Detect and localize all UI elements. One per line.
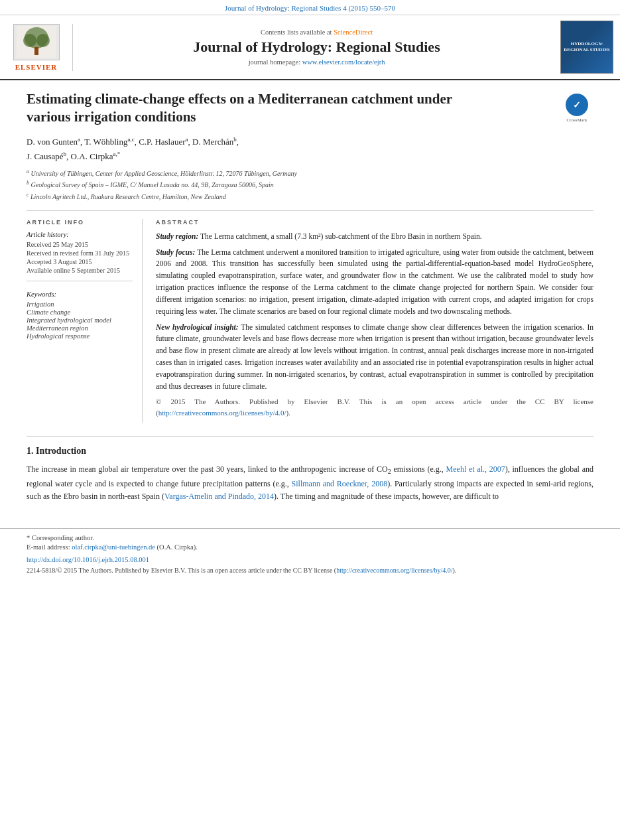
keyword-1: Irrigation (27, 301, 133, 308)
author-4: D. Merchánb (192, 137, 237, 147)
page-container: Journal of Hydrology: Regional Studies 4… (0, 0, 620, 578)
authors: D. von Guntena, T. Wöhblinga,c, C.P. Has… (27, 135, 593, 164)
history-received: Received 25 May 2015 (27, 241, 133, 248)
journal-main-title: Journal of Hydrology: Regional Studies (80, 38, 554, 56)
email-link[interactable]: olaf.cirpka@uni-tuebingen.de (72, 543, 155, 551)
abstract-copyright: © 2015 The Authors. Published by Elsevie… (156, 396, 593, 419)
history-revised: Received in revised form 31 July 2015 (27, 249, 133, 257)
affiliation-b: b Geological Survey of Spain – IGME, C/ … (27, 179, 593, 190)
article-area: Estimating climate-change effects on a M… (0, 80, 620, 516)
abstract-text: Study region: The Lerma catchment, a sma… (156, 231, 593, 419)
keyword-2: Climate change (27, 309, 133, 316)
journal-title-center: Contents lists available at ScienceDirec… (80, 29, 554, 66)
history-available: Available online 5 September 2015 (27, 267, 133, 274)
crossmark[interactable]: ✓ CrossMark (560, 94, 593, 123)
cc-license-link[interactable]: http://creativecommons.org/licenses/by/4… (158, 409, 286, 417)
keyword-4: Mediterranean region (27, 324, 133, 332)
introduction-section: 1. Introduction The increase in mean glo… (27, 436, 593, 503)
article-history-label: Article history: (27, 231, 133, 238)
article-info-heading: ARTICLE INFO (27, 219, 133, 226)
email-note: E-mail address: olaf.cirpka@uni-tuebinge… (27, 543, 593, 551)
crossmark-icon: ✓ (566, 94, 588, 116)
author-6: O.A. Cirpkaa,* (71, 151, 121, 161)
keyword-3: Integrated hydrological model (27, 316, 133, 324)
corresponding-author-note: * Corresponding author. (27, 534, 593, 541)
sillmann-link[interactable]: Sillmann and Roeckner, 2008 (292, 479, 388, 488)
history-accepted: Accepted 3 August 2015 (27, 258, 133, 265)
study-focus-text: The Lerma catchment underwent a monitore… (156, 248, 593, 315)
elsevier-logo-box: ELSEVIER (7, 24, 73, 71)
keywords-section: Keywords: Irrigation Climate change Inte… (27, 291, 133, 340)
vargas-link[interactable]: Vargas-Amelin and Pindado, 2014 (164, 492, 274, 501)
author-1: D. von Guntena (27, 137, 80, 147)
journal-link[interactable]: Journal of Hydrology: Regional Studies 4… (225, 4, 395, 12)
divider-top (27, 210, 593, 211)
doi-line: http://dx.doi.org/10.1016/j.ejrh.2015.08… (27, 556, 593, 563)
author-2: T. Wöhblinga,c (84, 137, 135, 147)
affiliation-a: a University of Tübingen, Center for App… (27, 168, 593, 179)
affiliations: a University of Tübingen, Center for App… (27, 168, 593, 202)
introduction-text: The increase in mean global air temperat… (27, 463, 593, 503)
svg-rect-4 (34, 47, 38, 55)
svg-point-3 (36, 34, 50, 47)
crossmark-label: CrossMark (566, 117, 587, 123)
copyright-footer: 2214-5818/© 2015 The Authors. Published … (27, 565, 593, 575)
elsevier-tree-icon (13, 24, 60, 60)
keywords-label: Keywords: (27, 291, 133, 298)
journal-cover-image: HYDROLOGY: REGIONAL STUDIES (560, 21, 613, 74)
footer-area: * Corresponding author. E-mail address: … (0, 528, 620, 578)
abstract-column: ABSTRACT Study region: The Lerma catchme… (156, 219, 593, 423)
insight-text: The simulated catchment responses to cli… (156, 323, 593, 390)
elsevier-label: ELSEVIER (15, 63, 58, 71)
introduction-title: 1. Introduction (27, 446, 593, 456)
top-journal-bar: Journal of Hydrology: Regional Studies 4… (0, 0, 620, 15)
svg-text:✓: ✓ (573, 100, 581, 110)
svg-point-2 (23, 34, 36, 47)
sciencedirect-link[interactable]: ScienceDirect (334, 29, 373, 36)
doi-link[interactable]: http://dx.doi.org/10.1016/j.ejrh.2015.08… (27, 556, 149, 563)
author-3: C.P. Haslauera (139, 137, 188, 147)
article-info-column: ARTICLE INFO Article history: Received 2… (27, 219, 143, 423)
keyword-5: Hydrological response (27, 332, 133, 340)
homepage-link[interactable]: www.elsevier.com/locate/ejrh (302, 58, 385, 66)
two-col-layout: ARTICLE INFO Article history: Received 2… (27, 219, 593, 423)
meehl-link[interactable]: Meehl et al., 2007 (446, 464, 505, 474)
study-region-text: The Lerma catchment, a small (7.3 km²) s… (200, 232, 482, 240)
affiliation-c: c Lincoln Agritech Ltd., Ruakura Researc… (27, 191, 593, 202)
footer-license-link[interactable]: http://creativecommons.org/licenses/by/4… (336, 567, 452, 574)
journal-cover-text: HYDROLOGY: REGIONAL STUDIES (561, 40, 613, 54)
journal-homepage: journal homepage: www.elsevier.com/locat… (80, 58, 554, 66)
article-title: Estimating climate-change effects on a M… (27, 90, 477, 127)
contents-line: Contents lists available at ScienceDirec… (80, 29, 554, 36)
journal-header: ELSEVIER Contents lists available at Sci… (0, 15, 620, 80)
author-5: J. Causapéb (27, 151, 66, 161)
title-row: Estimating climate-change effects on a M… (27, 90, 593, 135)
abstract-heading: ABSTRACT (156, 219, 593, 226)
divider-keywords (27, 281, 133, 281)
